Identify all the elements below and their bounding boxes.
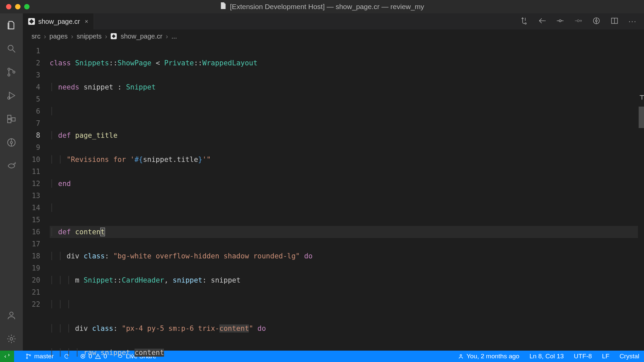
svg-point-19 [26, 354, 28, 355]
crystal-file-icon [28, 18, 35, 25]
liveshare-activity-icon[interactable] [6, 160, 17, 172]
close-tab-icon[interactable]: × [85, 18, 89, 25]
chevron-right-icon: › [105, 33, 107, 40]
svg-rect-6 [8, 119, 11, 123]
minimize-window-button[interactable] [15, 4, 20, 9]
breadcrumb-item[interactable]: src [32, 33, 41, 40]
tab-bar: show_page.cr × [23, 13, 644, 29]
split-editor-icon[interactable] [610, 17, 619, 26]
chevron-right-icon: › [44, 33, 46, 40]
extensions-icon[interactable] [6, 113, 17, 125]
svg-point-1 [8, 68, 10, 70]
svg-point-17 [595, 20, 597, 22]
svg-point-0 [8, 45, 13, 50]
svg-point-9 [10, 141, 12, 143]
next-commit-icon[interactable] [574, 17, 582, 26]
svg-point-11 [10, 338, 13, 340]
chevron-right-icon: › [71, 33, 73, 40]
code-content[interactable]: class Snippets::ShowPage < Private::Wrap… [50, 43, 638, 351]
crystal-file-icon [111, 33, 117, 39]
line-gutter: 1 2 3 4 5 6 7 8 9 10 11 12 13 14 15 16 1… [23, 43, 50, 351]
svg-point-13 [544, 20, 545, 21]
editor-actions: ··· [520, 13, 644, 29]
search-icon[interactable] [6, 43, 17, 54]
breadcrumb-item[interactable]: pages [49, 33, 68, 40]
window-title: [Extension Development Host] — show_page… [230, 3, 424, 11]
gitlens-icon[interactable] [6, 137, 17, 148]
ruler-marker-icon: ⊤ [639, 94, 644, 101]
prev-commit-icon[interactable] [556, 17, 564, 26]
svg-point-3 [13, 71, 15, 73]
tab-label: show_page.cr [38, 18, 80, 25]
window-controls [0, 4, 30, 9]
explorer-icon[interactable] [6, 19, 17, 31]
account-icon[interactable] [6, 310, 17, 321]
tab-show-page[interactable]: show_page.cr × [23, 13, 94, 29]
run-debug-icon[interactable] [6, 90, 17, 101]
compare-changes-icon[interactable] [520, 17, 528, 26]
activity-bar [0, 13, 23, 351]
file-annotations-icon[interactable] [592, 17, 600, 26]
source-control-icon[interactable] [6, 66, 17, 78]
breadcrumb[interactable]: src › pages › snippets › show_page.cr › … [23, 29, 644, 43]
breadcrumb-item[interactable]: ... [171, 33, 177, 40]
editor-pane[interactable]: 1 2 3 4 5 6 7 8 9 10 11 12 13 14 15 16 1… [23, 43, 644, 351]
maximize-window-button[interactable] [24, 4, 30, 9]
breadcrumb-item[interactable]: show_page.cr [121, 33, 163, 40]
go-back-icon[interactable] [538, 17, 546, 26]
close-window-button[interactable] [6, 4, 11, 9]
svg-point-12 [525, 23, 526, 24]
svg-point-14 [559, 20, 561, 22]
scrollbar-thumb[interactable] [639, 107, 644, 128]
svg-rect-7 [12, 118, 15, 121]
settings-gear-icon[interactable] [6, 333, 17, 345]
title-bar: [Extension Development Host] — show_page… [0, 0, 644, 13]
file-icon [220, 2, 227, 12]
svg-point-2 [8, 74, 10, 76]
svg-point-10 [10, 312, 13, 315]
more-actions-icon[interactable]: ··· [629, 17, 637, 26]
svg-rect-5 [8, 115, 11, 119]
overview-ruler[interactable]: ⊤ [638, 43, 644, 351]
svg-point-4 [8, 97, 10, 100]
chevron-right-icon: › [166, 33, 168, 40]
svg-point-15 [577, 20, 579, 22]
remote-button[interactable] [0, 351, 14, 362]
svg-point-20 [26, 358, 28, 359]
breadcrumb-item[interactable]: snippets [77, 33, 102, 40]
